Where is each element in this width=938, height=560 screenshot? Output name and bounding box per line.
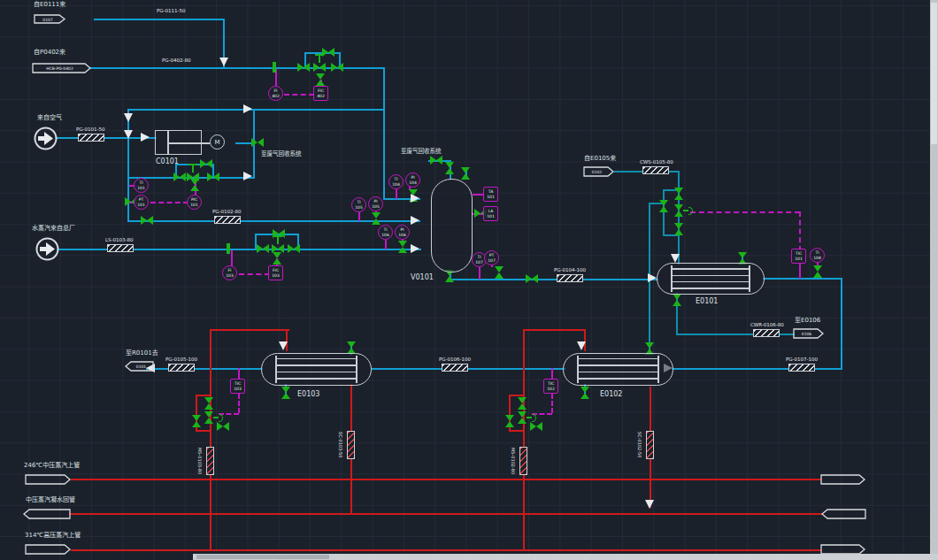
flow-arrow-icon xyxy=(124,130,133,139)
utility-connector-label: 来自空气 xyxy=(37,115,62,122)
equipment-e0103-body xyxy=(261,353,372,386)
signal-dashed-line xyxy=(284,94,314,96)
signal-dashed-line xyxy=(690,211,800,213)
instrument-number: 101 xyxy=(487,214,495,219)
steam-pipe-line xyxy=(71,479,821,480)
flow-arrow-icon xyxy=(141,133,150,142)
flow-arrow-icon xyxy=(124,113,133,122)
instrument-tap-line xyxy=(479,267,481,280)
pipe-code-label: PG-0111-50 xyxy=(157,8,186,13)
connector-tag: 0107 xyxy=(42,18,53,22)
compressor-internal-line xyxy=(167,142,202,144)
pipe-code-label: PG-0107-100 xyxy=(786,357,818,362)
instrument-tic-101: TIC101 xyxy=(791,249,806,264)
utility-connector-label: 水蒸汽来自总厂 xyxy=(32,226,75,233)
instrument-number: 107 xyxy=(475,260,483,265)
instrument-number: 105 xyxy=(355,205,363,210)
valve-icon xyxy=(430,156,442,165)
valve-icon xyxy=(659,200,668,212)
arrow-icon xyxy=(38,132,53,145)
equipment-e0101-body xyxy=(657,263,765,295)
steam-pipe-line xyxy=(210,329,289,331)
flow-arrow-icon xyxy=(671,254,680,263)
valve-icon xyxy=(190,179,199,191)
instrument-number: 107 xyxy=(488,258,496,263)
offpage-connector: 0102 xyxy=(583,166,614,177)
process-pipe-line xyxy=(450,279,658,280)
instrument-number: 101 xyxy=(795,257,803,261)
instrument-fi-103: FI103 xyxy=(222,265,237,280)
valve-icon xyxy=(288,244,300,253)
vertical-scrollbar-thumb[interactable] xyxy=(931,3,937,144)
pipe-class-hatch-label xyxy=(206,447,214,475)
signal-dashed-line xyxy=(150,202,188,203)
exchanger-tube-bundle xyxy=(673,268,749,289)
signal-dashed-line xyxy=(799,211,801,251)
valve-icon xyxy=(530,422,542,431)
process-pipe-line xyxy=(672,368,842,370)
valve-icon xyxy=(505,415,514,427)
horizontal-scrollbar-thumb[interactable] xyxy=(196,555,329,559)
valve-icon xyxy=(347,341,356,354)
flow-arrow-icon xyxy=(648,273,657,282)
instrument-number: 106 xyxy=(398,233,406,237)
annotation-label: 至废气回收系统 xyxy=(401,149,442,155)
instrument-tap-line xyxy=(396,189,397,199)
control-valve-icon xyxy=(674,204,683,217)
connector-outline xyxy=(822,510,865,518)
valve-icon xyxy=(445,162,454,174)
steam-pipe-line xyxy=(69,513,823,515)
valve-icon xyxy=(398,241,407,253)
instrument-number: 105 xyxy=(372,204,380,209)
valve-icon xyxy=(273,252,281,265)
pipe-class-hatch-label xyxy=(442,364,468,372)
valve-icon xyxy=(173,173,186,181)
valve-icon xyxy=(273,229,285,238)
instrument-number: 103 xyxy=(226,273,234,278)
valve-icon xyxy=(580,387,589,399)
instrument-tic-102: TIC102 xyxy=(543,379,558,394)
offpage-connector xyxy=(25,544,71,555)
pid-canvas[interactable]: PG-0111-50PG-0402-80PG-0101-50PG-0102-80… xyxy=(0,0,938,560)
valve-icon xyxy=(461,167,470,180)
process-pipe-line xyxy=(763,278,842,280)
valve-icon xyxy=(204,397,213,410)
connector-label: 自P0402来 xyxy=(34,50,65,57)
flow-arrow-icon xyxy=(411,244,419,253)
instrument-pi-105: PI105 xyxy=(368,196,383,211)
utility-connector-icon xyxy=(34,127,58,150)
valve-icon xyxy=(257,244,269,253)
flow-arrow-icon xyxy=(243,172,252,180)
instrument-pi-104: PI104 xyxy=(405,173,420,188)
process-pipe-line xyxy=(383,67,385,200)
flow-arrow-icon xyxy=(243,104,252,113)
signal-dashed-line xyxy=(239,273,270,275)
equipment-tag-c0101: C0101 xyxy=(156,157,179,165)
connector-label: 自E0111来 xyxy=(34,2,65,9)
pipe-class-hatch-label xyxy=(214,216,241,224)
instrument-number: 108 xyxy=(813,256,821,260)
valve-actuator-stem xyxy=(277,237,279,244)
connector-label: 至E0106 xyxy=(795,318,820,325)
pipe-code-label: PG-0106-100 xyxy=(439,357,471,362)
signal-dashed-line xyxy=(238,394,240,413)
offpage-connector: HCB-PG-0402 xyxy=(32,63,91,73)
process-pipe-line xyxy=(841,278,842,370)
connector-tag: 0101 xyxy=(136,364,147,369)
instrument-pt-101: PT101 xyxy=(134,195,149,210)
annotation-label: 至废气回收系统 xyxy=(261,151,302,157)
valve-icon xyxy=(200,159,212,168)
process-pipe-line xyxy=(371,368,565,370)
offpage-connector: 0101 xyxy=(125,361,154,372)
process-pipe-line xyxy=(146,368,263,370)
connector-label: 至R0101去 xyxy=(126,350,158,357)
valve-icon xyxy=(141,216,153,225)
steam-pipe-line xyxy=(196,430,211,432)
connector-outline xyxy=(26,475,70,484)
instrument-number: 103 xyxy=(272,273,280,278)
connector-label: 自E0105来 xyxy=(584,156,616,163)
equipment-e0102-body xyxy=(563,353,673,386)
flow-arrow-icon xyxy=(279,341,288,350)
pipe-class-hatch-label xyxy=(642,166,669,174)
valve-icon xyxy=(674,223,683,235)
